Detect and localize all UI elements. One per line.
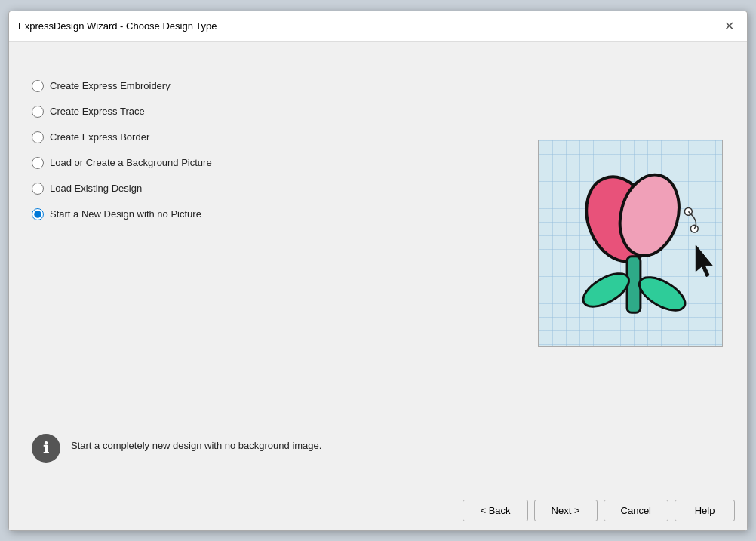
preview-panel	[536, 65, 724, 422]
option-2-label: Create Express Trace	[50, 106, 145, 117]
dialog-body: Create Express Embroidery Create Express…	[9, 42, 747, 490]
title-bar: ExpressDesign Wizard - Choose Design Typ…	[9, 11, 747, 42]
cancel-button[interactable]: Cancel	[604, 500, 668, 521]
option-3-label: Create Express Border	[50, 131, 149, 143]
option-1-label: Create Express Embroidery	[50, 80, 171, 91]
next-button[interactable]: Next >	[534, 500, 598, 521]
option-5[interactable]: Load Existing Design	[32, 183, 521, 195]
dialog-title: ExpressDesign Wizard - Choose Design Typ…	[18, 20, 217, 32]
preview-image	[538, 140, 723, 347]
flower-illustration	[539, 140, 722, 346]
svg-point-6	[690, 225, 698, 232]
option-3[interactable]: Create Express Border	[32, 131, 521, 143]
dialog-window: ExpressDesign Wizard - Choose Design Typ…	[8, 11, 748, 531]
option-6-label: Start a New Design with no Picture	[50, 208, 201, 220]
radio-1[interactable]	[32, 80, 44, 92]
radio-3[interactable]	[32, 131, 44, 143]
info-section: ℹ Start a completely new design with no …	[32, 422, 724, 475]
radio-5[interactable]	[32, 183, 44, 195]
radio-4[interactable]	[32, 157, 44, 169]
option-6[interactable]: Start a New Design with no Picture	[32, 208, 521, 220]
option-4[interactable]: Load or Create a Background Picture	[32, 157, 521, 169]
radio-2[interactable]	[32, 106, 44, 118]
main-content: Create Express Embroidery Create Express…	[32, 57, 724, 422]
options-panel: Create Express Embroidery Create Express…	[32, 65, 521, 422]
option-5-label: Load Existing Design	[50, 183, 142, 194]
option-4-label: Load or Create a Background Picture	[50, 157, 212, 168]
svg-marker-7	[696, 244, 712, 276]
option-2[interactable]: Create Express Trace	[32, 106, 521, 118]
close-button[interactable]: ✕	[720, 17, 738, 35]
info-icon: ℹ	[32, 434, 60, 463]
svg-point-3	[578, 266, 634, 312]
radio-6[interactable]	[32, 208, 44, 220]
help-button[interactable]: Help	[675, 500, 735, 521]
info-text: Start a completely new design with no ba…	[71, 434, 321, 451]
dialog-footer: < Back Next > Cancel Help	[9, 490, 747, 530]
option-1[interactable]: Create Express Embroidery	[32, 80, 521, 92]
back-button[interactable]: < Back	[463, 500, 527, 521]
svg-point-4	[634, 270, 690, 316]
